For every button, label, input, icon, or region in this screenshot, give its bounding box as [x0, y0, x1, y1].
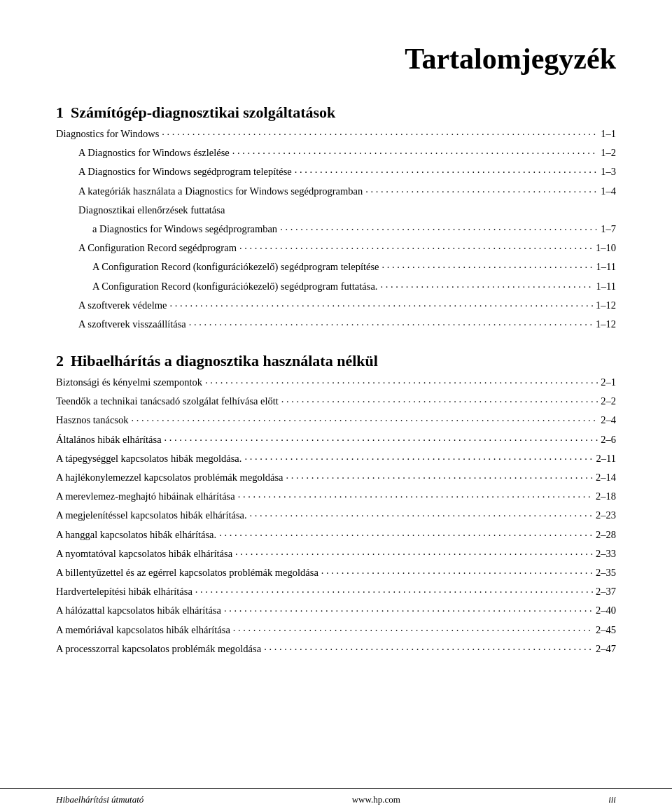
toc-entry-page: 1–10 — [596, 240, 616, 256]
footer-left: Hibaelhárítási útmutató — [56, 794, 144, 805]
toc-entry: A hajlékonylemezzel kapcsolatos problémá… — [56, 470, 616, 486]
toc-entry-dots — [380, 276, 593, 292]
toc-entry: A szoftverek visszaállítása1–12 — [56, 316, 616, 332]
toc-entry-label: Általános hibák elhárítása — [56, 432, 162, 448]
toc-entry-page: 2–23 — [596, 507, 616, 523]
toc-entry-page: 1–7 — [601, 221, 616, 237]
toc-entry: A Configuration Record segédprogram1–10 — [56, 240, 616, 256]
toc-entries-chapter1: Diagnostics for Windows1–1A Diagnostics … — [56, 126, 616, 332]
toc-entry-page: 2–45 — [596, 622, 616, 638]
toc-entry-label: A nyomtatóval kapcsolatos hibák elhárítá… — [56, 546, 232, 562]
toc-entry-label: A Diagnostics for Windows segédprogram t… — [78, 164, 292, 180]
toc-entry: Hasznos tanácsok2–4 — [56, 412, 616, 428]
toc-entry-dots — [205, 372, 598, 388]
toc-entry-label: A processzorral kapcsolatos problémák me… — [56, 641, 261, 657]
toc-entry-dots — [281, 391, 598, 407]
toc-entry-page: 2–28 — [596, 527, 616, 543]
toc-entry: Általános hibák elhárítása2–6 — [56, 432, 616, 448]
toc-entry-page: 1–1 — [601, 126, 616, 142]
toc-entry: A memóriával kapcsolatos hibák elhárítás… — [56, 622, 616, 638]
toc-entry-dots — [264, 639, 593, 655]
toc-entry-page: 1–12 — [596, 316, 616, 332]
toc-entry-dots — [189, 314, 593, 330]
toc-entry: A megjelenítéssel kapcsolatos hibák elhá… — [56, 507, 616, 523]
chapter2-heading: 2 Hibaelhárítás a diagnosztika használat… — [56, 352, 616, 370]
toc-entry-label: Hasznos tanácsok — [56, 412, 128, 428]
toc-entry-dots — [239, 238, 593, 254]
toc-entry: A hanggal kapcsolatos hibák elhárítása.2… — [56, 527, 616, 543]
toc-entry-dots — [382, 257, 593, 273]
toc-entry-page: 1–3 — [601, 164, 616, 180]
toc-entry: A billentyűzettel és az egérrel kapcsola… — [56, 565, 616, 581]
toc-entry: A tápegységgel kapcsolatos hibák megoldá… — [56, 451, 616, 467]
toc-entry-dots — [162, 124, 598, 140]
toc-entry-label: A hanggal kapcsolatos hibák elhárítása. — [56, 527, 216, 543]
toc-entry: A Diagnostics for Windows észlelése1–2 — [56, 145, 616, 161]
toc-entry-page: 2–11 — [596, 451, 616, 467]
toc-entry-label: A megjelenítéssel kapcsolatos hibák elhá… — [56, 507, 247, 523]
toc-entry: Teendők a technikai tanácsadó szolgálat … — [56, 393, 616, 409]
chapter1-number: 1 — [56, 104, 64, 122]
toc-entry-dots — [233, 620, 593, 636]
footer-right: iii — [608, 794, 616, 805]
toc-entry-page: 1–4 — [601, 183, 616, 199]
toc-entry-dots — [235, 544, 593, 560]
toc-entry-label: Biztonsági és kényelmi szempontok — [56, 374, 202, 390]
toc-entry-dots — [169, 295, 593, 311]
toc-entry-page: 1–12 — [596, 297, 616, 313]
chapter2-number: 2 — [56, 352, 64, 370]
toc-entry-page: 1–11 — [596, 278, 616, 295]
toc-entry-dots — [238, 486, 593, 502]
toc-entry-label: Diagnosztikai ellenőrzések futtatása — [78, 202, 225, 218]
toc-entry-page: 2–4 — [601, 412, 616, 428]
footer-center: www.hp.com — [352, 794, 400, 805]
toc-entry-label: A kategóriák használata a Diagnostics fo… — [78, 183, 363, 199]
page: Tartalomjegyzék 1 Számítógép-diagnosztik… — [0, 0, 672, 777]
toc-entry-dots — [232, 143, 598, 159]
toc-entry-dots — [131, 410, 598, 426]
toc-entry-page: 2–33 — [596, 546, 616, 562]
toc-entry-page: 2–37 — [596, 584, 616, 600]
toc-entry: A merevlemez-meghajtó hibáinak elhárítás… — [56, 488, 616, 505]
toc-entry: A Configuration Record (konfigurációkeze… — [56, 259, 616, 275]
toc-entry: A Diagnostics for Windows segédprogram t… — [56, 164, 616, 180]
toc-entry-dots — [365, 181, 598, 197]
toc-entry-label: A Configuration Record (konfigurációkeze… — [92, 259, 379, 275]
toc-entry-label: A billentyűzettel és az egérrel kapcsola… — [56, 565, 318, 581]
toc-entry-page: 2–14 — [596, 470, 616, 486]
toc-entry-page: 1–2 — [601, 145, 616, 161]
toc-entry-dots — [224, 600, 593, 616]
toc-entry-page: 2–18 — [596, 488, 616, 505]
toc-entry-label: Diagnostics for Windows — [56, 126, 159, 142]
toc-entry: A hálózattal kapcsolatos hibák elhárítás… — [56, 602, 616, 619]
toc-entry-page: 2–35 — [596, 565, 616, 581]
toc-entry: A processzorral kapcsolatos problémák me… — [56, 641, 616, 657]
toc-entry: Hardvertelepítési hibák elhárítása2–37 — [56, 584, 616, 600]
toc-entries-chapter2: Biztonsági és kényelmi szempontok2–1Teen… — [56, 374, 616, 657]
toc-entry: Biztonsági és kényelmi szempontok2–1 — [56, 374, 616, 390]
chapter1-title: Számítógép-diagnosztikai szolgáltatások — [71, 104, 335, 122]
toc-entry: A nyomtatóval kapcsolatos hibák elhárítá… — [56, 546, 616, 562]
toc-entry: Diagnosztikai ellenőrzések futtatása — [56, 202, 616, 218]
toc-entry-dots — [244, 449, 593, 465]
toc-entry-dots — [195, 581, 593, 598]
toc-entry-dots — [280, 219, 598, 235]
toc-entry: a Diagnostics for Windows segédprogramba… — [56, 221, 616, 237]
toc-title: Tartalomjegyzék — [56, 42, 616, 76]
toc-entry-label: A Configuration Record segédprogram — [78, 240, 237, 256]
toc-entry-page: 2–1 — [601, 374, 616, 390]
toc-entry-dots — [250, 505, 593, 521]
toc-entry-page: 2–6 — [601, 432, 616, 448]
toc-entry-label: A tápegységgel kapcsolatos hibák megoldá… — [56, 451, 241, 467]
toc-entry-page: 1–11 — [596, 259, 616, 275]
toc-entry-page: 2–47 — [596, 641, 616, 657]
toc-entry-label: A merevlemez-meghajtó hibáinak elhárítás… — [56, 488, 235, 505]
toc-entry-label: A hajlékonylemezzel kapcsolatos problémá… — [56, 470, 284, 486]
toc-entry: A Configuration Record (konfigurációkeze… — [56, 278, 616, 295]
toc-entry-label: A Diagnostics for Windows észlelése — [78, 145, 230, 161]
toc-entry-dots — [164, 430, 598, 446]
toc-entry-label: A szoftverek védelme — [78, 297, 167, 313]
toc-entry-label: a Diagnostics for Windows segédprogramba… — [92, 221, 277, 237]
toc-entry: A szoftverek védelme1–12 — [56, 297, 616, 313]
toc-entry: A kategóriák használata a Diagnostics fo… — [56, 183, 616, 199]
